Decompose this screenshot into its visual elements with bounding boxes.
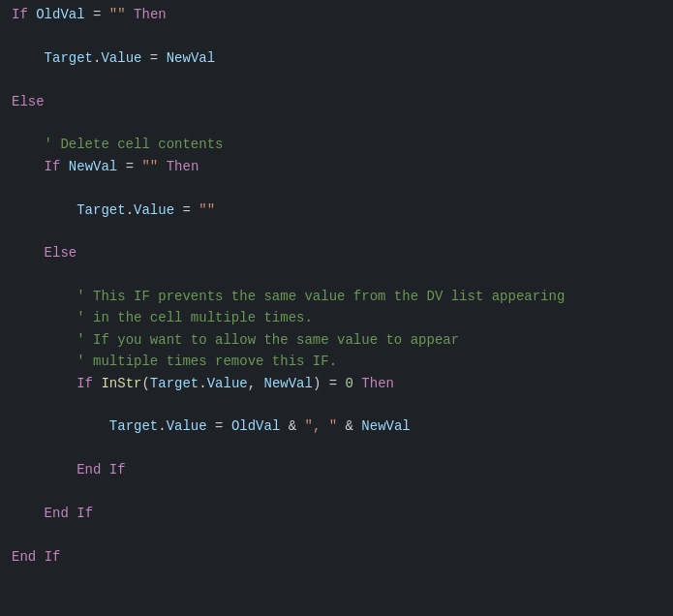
plain-token: = (117, 156, 141, 177)
plain-token: = (174, 200, 199, 221)
variable-token: Target (45, 47, 93, 69)
keyword-token: Else (12, 91, 45, 112)
comment-token: ' If you want to allow the same value to… (76, 329, 459, 351)
keyword-token: If (45, 156, 61, 177)
plain-token (12, 416, 109, 437)
plain-token: . (126, 200, 134, 221)
keyword-token: If (76, 373, 93, 394)
keyword-token: Then (134, 4, 167, 25)
plain-token: . (158, 416, 166, 437)
keyword-token: Then (361, 373, 394, 394)
plain-token (158, 156, 166, 177)
code-line (0, 524, 673, 545)
code-line (0, 25, 673, 46)
string-token: "" (141, 156, 158, 177)
plain-token: & (337, 416, 361, 437)
plain-token (12, 200, 76, 221)
code-line: End If (0, 546, 673, 568)
plain-token: & (280, 416, 304, 437)
code-line (0, 481, 673, 503)
variable-token: NewVal (361, 416, 410, 437)
keyword-token: End (12, 546, 36, 568)
string-token: "" (199, 200, 215, 221)
plain-token: . (93, 47, 101, 69)
plain-token (12, 329, 76, 351)
code-line: Target.Value = NewVal (0, 47, 673, 69)
keyword-token: If (45, 546, 61, 568)
plain-token (28, 4, 36, 25)
variable-token: OldVal (36, 4, 84, 25)
plain-token: . (199, 373, 206, 394)
code-line (0, 221, 673, 242)
variable-token: NewVal (264, 373, 313, 394)
variable-token: Target (109, 416, 158, 437)
string-token: ", " (305, 416, 338, 437)
code-line: If OldVal = "" Then (0, 4, 673, 25)
code-line: Target.Value = "" (0, 200, 673, 221)
plain-token (69, 503, 76, 524)
plain-token (101, 459, 108, 480)
plain-token (12, 156, 45, 177)
code-line: ' in the cell multiple times. (0, 307, 673, 328)
code-line (0, 394, 673, 416)
code-line (0, 69, 673, 90)
code-line: End If (0, 459, 673, 480)
variable-token: Target (76, 200, 125, 221)
code-line: If InStr(Target.Value, NewVal) = 0 Then (0, 373, 673, 394)
plain-token: = (207, 416, 231, 437)
plain-token (36, 546, 44, 568)
variable-token: Value (167, 416, 207, 437)
code-line: Else (0, 242, 673, 263)
plain-token (12, 503, 45, 524)
plain-token (12, 286, 76, 307)
code-line: Target.Value = OldVal & ", " & NewVal (0, 416, 673, 437)
plain-token: ( (141, 373, 149, 394)
plain-token (12, 47, 45, 69)
plain-token: , (248, 373, 264, 394)
plain-token (12, 351, 76, 372)
variable-token: OldVal (231, 416, 280, 437)
code-block: If OldVal = "" Then Target.Value = NewVa… (0, 0, 673, 616)
code-line: ' This IF prevents the same value from t… (0, 286, 673, 307)
plain-token: = (85, 4, 109, 25)
function-token: InStr (101, 373, 141, 394)
plain-token (12, 134, 45, 155)
comment-token: ' in the cell multiple times. (76, 307, 313, 328)
variable-token: Value (207, 373, 248, 394)
variable-token: Value (101, 47, 141, 69)
code-line: End If (0, 503, 673, 524)
code-line: If NewVal = "" Then (0, 156, 673, 177)
plain-token (60, 156, 68, 177)
keyword-token: End (76, 459, 101, 480)
plain-token (93, 373, 101, 394)
code-line (0, 177, 673, 199)
plain-token: = (141, 47, 166, 69)
code-line: Else (0, 91, 673, 112)
keyword-token: End (45, 503, 69, 524)
variable-token: NewVal (69, 156, 117, 177)
code-line (0, 264, 673, 286)
code-line: ' multiple times remove this IF. (0, 351, 673, 372)
variable-token: NewVal (167, 47, 215, 69)
string-token: "" (109, 4, 126, 25)
comment-token: ' Delete cell contents (45, 134, 224, 155)
plain-token (126, 4, 134, 25)
keyword-token: Else (45, 242, 77, 263)
keyword-token: Then (167, 156, 199, 177)
plain-token: ) = (313, 373, 346, 394)
comment-token: ' This IF prevents the same value from t… (76, 286, 565, 307)
plain-token (12, 373, 76, 394)
plain-token (353, 373, 361, 394)
plain-token (12, 459, 76, 480)
plain-token (12, 242, 45, 263)
comment-token: ' multiple times remove this IF. (76, 351, 337, 372)
keyword-token: If (76, 503, 93, 524)
keyword-token: If (109, 459, 126, 480)
code-line (0, 438, 673, 459)
code-line: ' Delete cell contents (0, 134, 673, 155)
keyword-token: If (12, 4, 28, 25)
number-token: 0 (346, 373, 353, 394)
variable-token: Target (150, 373, 199, 394)
plain-token (12, 307, 76, 328)
code-line (0, 112, 673, 134)
